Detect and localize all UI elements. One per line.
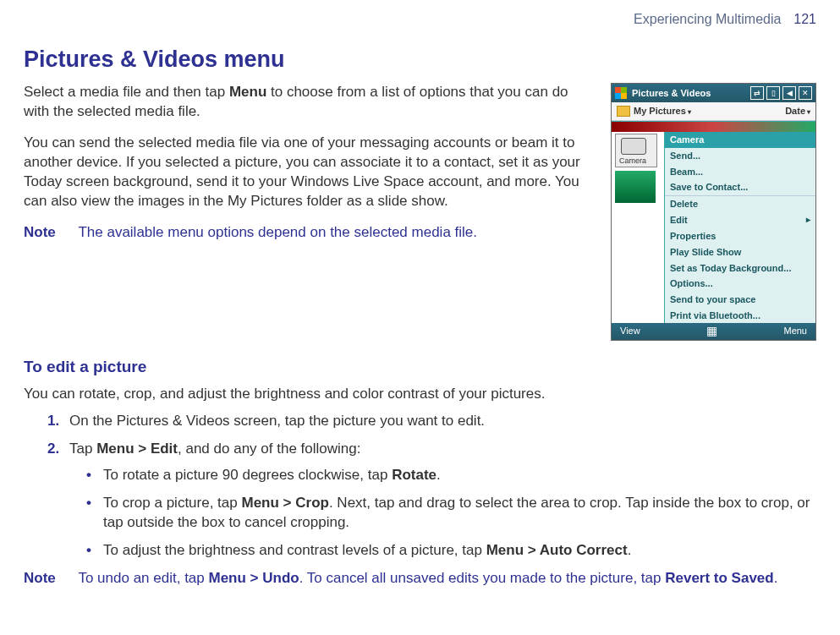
signal-icon: ▯	[766, 86, 780, 100]
menu-item-edit[interactable]: Edit ▸	[665, 212, 815, 228]
note-text: The available menu options depend on the…	[78, 224, 477, 240]
section-heading: Pictures & Videos menu	[24, 44, 816, 74]
chapter-title: Experiencing Multimedia	[634, 12, 781, 26]
device-softkey-bar: View ▦ Menu	[612, 323, 815, 340]
sort-mode: Date▾	[785, 105, 810, 118]
step-2: Tap Menu > Edit, and do any of the follo…	[24, 440, 816, 561]
sync-icon: ⇄	[750, 86, 764, 100]
softkey-left[interactable]: View	[620, 325, 640, 337]
page-header: Experiencing Multimedia 121	[24, 10, 816, 29]
speaker-icon: ◀	[782, 86, 796, 100]
camera-thumbnail: Camera	[615, 134, 657, 167]
note-label: Note	[24, 223, 74, 243]
bullet-autocorrect: To adjust the brightness and contrast le…	[69, 541, 816, 561]
note-line: Note The available menu options depend o…	[24, 223, 596, 243]
menu-item-beam[interactable]: Beam...	[665, 164, 815, 180]
note-label: Note	[24, 569, 74, 588]
step-1: On the Pictures & Videos screen, tap the…	[24, 412, 816, 431]
thumbnail-column: Camera	[612, 132, 664, 323]
device-title-text: Pictures & Videos	[632, 87, 750, 100]
page-number: 121	[793, 12, 816, 26]
intro-paragraph-2: You can send the selected media file via…	[24, 134, 596, 211]
menu-item-save-to-contact[interactable]: Save to Contact...	[665, 179, 815, 195]
menu-item-send[interactable]: Send...	[665, 148, 815, 164]
menu-item-send-space[interactable]: Send to your space	[665, 292, 815, 308]
menu-item-camera[interactable]: Camera	[665, 132, 815, 148]
folder-icon	[617, 106, 630, 117]
bullet-crop: To crop a picture, tap Menu > Crop. Next…	[69, 494, 816, 533]
intro-paragraph-1: Select a media file and then tap Menu to…	[24, 83, 596, 122]
menu-item-print-bt[interactable]: Print via Bluetooth...	[665, 308, 815, 324]
submenu-arrow-icon: ▸	[806, 214, 810, 226]
edit-intro-paragraph: You can rotate, crop, and adjust the bri…	[24, 385, 816, 404]
titlebar-status-icons: ⇄ ▯ ◀ ✕	[750, 86, 812, 100]
menu-item-slideshow[interactable]: Play Slide Show	[665, 244, 815, 260]
intro-text-block: Select a media file and then tap Menu to…	[24, 83, 596, 341]
softkey-center-icon[interactable]: ▦	[640, 323, 784, 339]
bullet-rotate: To rotate a picture 90 degrees clockwise…	[69, 466, 816, 485]
image-thumbnail	[615, 171, 656, 203]
context-menu: Camera Send... Beam... Save to Contact..…	[664, 132, 815, 323]
footer-note: Note To undo an edit, tap Menu > Undo. T…	[24, 569, 816, 588]
device-screenshot: Pictures & Videos ⇄ ▯ ◀ ✕ My Pictures▾ D…	[611, 83, 816, 341]
softkey-right[interactable]: Menu	[783, 325, 807, 337]
menu-item-properties[interactable]: Properties	[665, 228, 815, 244]
menu-item-options[interactable]: Options...	[665, 276, 815, 292]
device-titlebar: Pictures & Videos ⇄ ▯ ◀ ✕	[612, 84, 815, 102]
thumbnail-strip	[612, 121, 815, 132]
close-icon: ✕	[799, 86, 812, 100]
menu-item-today-bg[interactable]: Set as Today Background...	[665, 260, 815, 276]
device-subbar: My Pictures▾ Date▾	[612, 102, 815, 121]
folder-name: My Pictures▾	[634, 105, 691, 118]
subsection-heading: To edit a picture	[24, 356, 816, 378]
menu-item-delete[interactable]: Delete	[665, 196, 815, 212]
chevron-down-icon: ▾	[688, 108, 691, 116]
chevron-down-icon: ▾	[807, 108, 810, 116]
windows-flag-icon	[615, 87, 627, 99]
